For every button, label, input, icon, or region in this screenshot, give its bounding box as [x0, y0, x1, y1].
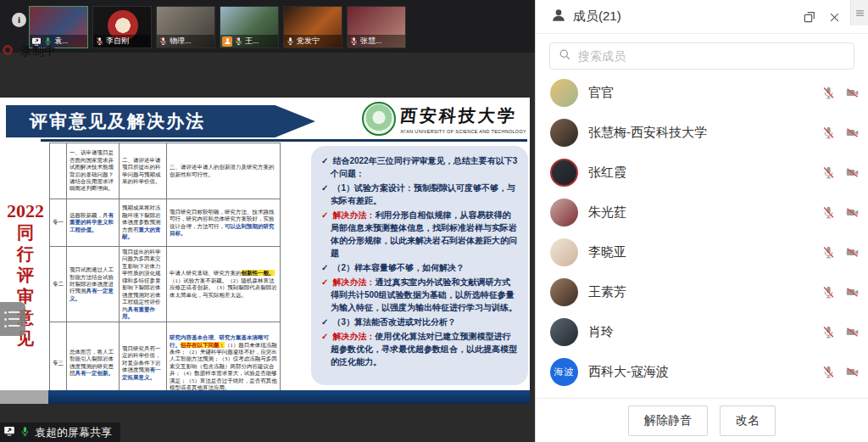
- member-name: 西科大-寇海波: [588, 364, 811, 380]
- panel-handle[interactable]: [850, 0, 868, 25]
- panel-header: 成员(21): [536, 0, 868, 34]
- member-row[interactable]: 张红霞: [536, 153, 868, 193]
- muted-mic-icon: [159, 36, 168, 46]
- avatar: [550, 119, 578, 147]
- side-label-text: 2022: [5, 200, 46, 222]
- muted-camera-icon: [845, 365, 860, 379]
- video-tile[interactable]: 李自刚: [92, 6, 152, 48]
- video-tile[interactable]: 物理...: [156, 6, 215, 48]
- summary-bullet: ✓解决办法：利用分形自相似规律，从容易获得的局部信息来预测整体信息，找到标准岩样…: [321, 209, 518, 260]
- university-brand: 西安科技大学 XI'AN UNIVERSITY OF SCIENCE AND T…: [362, 102, 526, 136]
- check-icon: ✓: [321, 263, 328, 272]
- check-icon: ✓: [321, 317, 328, 327]
- member-name: 张慧梅-西安科技大学: [588, 125, 811, 141]
- avatar: 海波: [550, 358, 578, 386]
- muted-camera-icon: [845, 285, 860, 299]
- popout-icon[interactable]: [803, 10, 816, 24]
- member-row[interactable]: 张慧梅-西安科技大学: [536, 113, 868, 153]
- avatar: [550, 318, 578, 346]
- recording-dot-icon: [3, 45, 13, 55]
- avatar: [550, 199, 578, 227]
- shared-slide: 评审意见及解决办法 西安科技大学 XI'AN UNIVERSITY OF SCI…: [0, 98, 530, 404]
- member-row[interactable]: 官官: [536, 73, 868, 113]
- recording-label: 录制中: [20, 44, 56, 59]
- muted-mic-icon: [234, 36, 243, 46]
- muted-mic-icon: [821, 126, 836, 140]
- title-divider: [41, 139, 527, 142]
- university-name-zh: 西安科技大学: [399, 104, 528, 127]
- summary-bullet: ✓解决办法：使用优化算法对已建立预测模型进行超参数优化，寻求最优超参数组合，以此…: [321, 330, 518, 368]
- table-row-label: 专一: [50, 199, 67, 247]
- video-tile[interactable]: 党发宁: [283, 6, 342, 48]
- video-tile[interactable]: 王...: [220, 6, 279, 48]
- close-icon[interactable]: [828, 11, 841, 24]
- side-label-text: 行: [5, 243, 46, 265]
- video-tile[interactable]: 袁...: [29, 6, 88, 48]
- list-line-icon: [4, 325, 25, 327]
- slide-footer-blue: [48, 390, 530, 404]
- muted-camera-icon: [845, 165, 860, 180]
- member-row[interactable]: 李晓亚: [536, 232, 868, 272]
- table-cell: 项目提出的科学问题为多因素交互影响下岩体力学性质的演化规律和多特征参量影响下裂隙…: [120, 247, 167, 322]
- slide-footer-gray: [0, 390, 48, 404]
- avatar: [550, 159, 578, 187]
- annotation-toolbar[interactable]: [0, 302, 25, 336]
- tile-name-label: 李自刚: [93, 35, 151, 48]
- muted-camera-icon: [845, 205, 860, 220]
- members-panel: 成员(21) 官官 张慧梅-西安科技大学: [535, 0, 868, 442]
- member-row[interactable]: 肖玲: [536, 312, 868, 352]
- side-label-text: 同: [5, 222, 46, 243]
- university-logo-icon: [362, 102, 396, 136]
- member-name: 王素芳: [588, 284, 811, 300]
- video-tile[interactable]: 张慧...: [347, 6, 406, 48]
- avatar: [550, 278, 578, 306]
- summary-bullet: ✓（1）试验方案设计：预制裂隙认可度够不够，与实际有差距。: [321, 182, 518, 207]
- share-badge-label: 袁超的屏幕共享: [35, 425, 112, 440]
- muted-mic-icon: [821, 365, 836, 379]
- table-cell: 申请人研究基础、研究方案的创新性一般。（1）试验方案不新颖。（2）随机森林算法应…: [167, 247, 281, 322]
- summary-bullet: ✓结合2022年三位同行评审意见，总结主要有以下3个问题：: [321, 154, 518, 180]
- muted-camera-icon: [845, 126, 860, 140]
- check-icon: ✓: [321, 183, 328, 193]
- muted-mic-icon: [349, 36, 359, 46]
- search-icon: [559, 48, 571, 64]
- tile-name-label: 党发宁: [284, 35, 342, 48]
- member-name: 官官: [588, 85, 811, 101]
- info-icon[interactable]: i: [12, 13, 26, 27]
- member-row[interactable]: 朱光荭: [536, 193, 868, 232]
- check-icon: ✓: [321, 332, 328, 341]
- list-line-icon: [4, 318, 25, 321]
- mic-on-icon: [19, 426, 31, 439]
- muted-camera-icon: [845, 86, 860, 100]
- table-cell: 项目试图通过人工智能方法结合试验对裂隙岩体强度进行预测具有一定意义。: [67, 247, 120, 322]
- meeting-stage: i 袁... 李自刚 物理...: [0, 0, 535, 442]
- table-cell: 项目研究目标较明确，研究方法、技术路线可行，研究内容和总体研究方案较好，实验设计…: [167, 199, 281, 247]
- muted-mic-icon: [821, 86, 836, 100]
- muted-mic-icon: [821, 285, 836, 299]
- member-name: 张红霞: [588, 165, 811, 181]
- table-header-cell: 二、请评述申请项目所提出的科学问题与预期成果的科学价值。: [120, 143, 167, 199]
- table-cell: 选题较新颖，具有重要的科学意义和工程价值。: [67, 199, 120, 247]
- muted-mic-icon: [821, 245, 836, 260]
- rename-button[interactable]: 改名: [720, 406, 776, 436]
- video-strip-tiles: 袁... 李自刚 物理... 王... 党发宁: [29, 6, 406, 48]
- review-table: 一、该申请项目是否面向国家需求并试图解决技术瓶颈背后的基础问题？请结合应用需求详…: [49, 143, 281, 404]
- check-icon: ✓: [321, 210, 328, 220]
- table-header-cell: 一、该申请项目是否面向国家需求并试图解决技术瓶颈背后的基础问题？请结合应用需求详…: [67, 143, 120, 199]
- screen-share-icon: [3, 425, 15, 439]
- check-icon: ✓: [321, 277, 328, 287]
- unmute-button[interactable]: 解除静音: [628, 406, 708, 436]
- table-cell: 预期成果将对冻融环境下裂隙岩体强度参数预测方面有重大的贡献。: [120, 199, 167, 247]
- tile-name-label: 张慧...: [348, 35, 405, 48]
- video-strip: i 袁... 李自刚 物理...: [0, 0, 535, 53]
- muted-mic-icon: [821, 165, 836, 180]
- list-line-icon: [4, 311, 25, 314]
- member-search: [549, 42, 854, 70]
- member-row[interactable]: 王素芳: [536, 272, 868, 312]
- panel-footer: 解除静音 改名: [536, 398, 868, 442]
- hamburger-icon: [854, 8, 865, 19]
- search-input[interactable]: [578, 49, 845, 63]
- table-row-label: 专二: [50, 247, 67, 322]
- member-row[interactable]: 海波 西科大-寇海波: [536, 352, 868, 392]
- mic-icon: [286, 36, 295, 46]
